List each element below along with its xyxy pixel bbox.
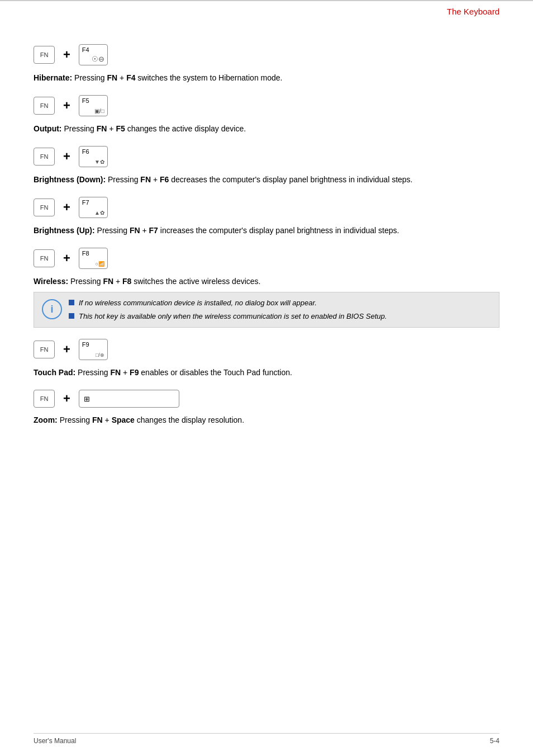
- f4-key: F4 ☉⊖: [79, 44, 108, 65]
- brightness-down-title: Brightness (Down):: [34, 175, 106, 184]
- key-combo-wireless: FN + F8 ○📶: [34, 248, 499, 269]
- fn-key-brightness-down: FN: [34, 148, 55, 166]
- f6-key: F6 ▼✿: [79, 146, 108, 167]
- wireless-desc: Wireless: Pressing FN + F8 switches the …: [34, 276, 499, 287]
- output-desc: Output: Pressing FN + F5 changes the act…: [34, 123, 499, 135]
- brightness-up-desc: Brightness (Up): Pressing FN + F7 increa…: [34, 225, 499, 237]
- plus-touchpad: +: [63, 342, 70, 357]
- f8-key: F8 ○📶: [79, 248, 108, 269]
- info-icon: i: [42, 299, 62, 319]
- fn-key-wireless: FN: [34, 249, 55, 267]
- f5-key: F5 ▣/□: [79, 95, 108, 116]
- fn-key-touchpad: FN: [34, 341, 55, 358]
- output-title: Output:: [34, 124, 62, 133]
- page-header: The Keyboard: [0, 0, 533, 16]
- fn-key-output: FN: [34, 97, 55, 115]
- plus-brightness-down: +: [63, 149, 70, 164]
- wireless-info-box: i If no wireless communication device is…: [34, 292, 499, 328]
- bullet-1: [69, 300, 74, 305]
- wireless-title: Wireless:: [34, 277, 68, 286]
- page-content: FN + F4 ☉⊖ Hibernate: Pressing FN + F4 s…: [0, 22, 533, 464]
- info-item-1: If no wireless communication device is i…: [69, 298, 387, 308]
- chapter-title: The Keyboard: [447, 7, 499, 16]
- info-list: If no wireless communication device is i…: [69, 298, 387, 322]
- footer-left: User's Manual: [34, 737, 76, 745]
- zoom-desc: Zoom: Pressing FN + Space changes the di…: [34, 414, 499, 426]
- plus-wireless: +: [63, 251, 70, 266]
- f7-key: F7 ▲✿: [79, 197, 108, 218]
- bullet-2: [69, 313, 74, 319]
- space-key: ⊞: [79, 390, 179, 408]
- plus-output: +: [63, 98, 70, 113]
- plus-brightness-up: +: [63, 200, 70, 215]
- touchpad-desc: Touch Pad: Pressing FN + F9 enables or d…: [34, 367, 499, 379]
- key-combo-brightness-down: FN + F6 ▼✿: [34, 146, 499, 167]
- f9-key: F9 □/⊗: [79, 339, 108, 360]
- key-combo-touchpad: FN + F9 □/⊗: [34, 339, 499, 360]
- touchpad-title: Touch Pad:: [34, 368, 75, 377]
- fn-key-zoom: FN: [34, 390, 55, 408]
- brightness-down-desc: Brightness (Down): Pressing FN + F6 decr…: [34, 174, 499, 186]
- page-footer: User's Manual 5-4: [34, 733, 499, 745]
- key-combo-output: FN + F5 ▣/□: [34, 95, 499, 116]
- brightness-up-title: Brightness (Up):: [34, 226, 95, 235]
- key-combo-brightness-up: FN + F7 ▲✿: [34, 197, 499, 218]
- hibernate-desc: Hibernate: Pressing FN + F4 switches the…: [34, 72, 499, 84]
- fn-key-brightness-up: FN: [34, 199, 55, 216]
- zoom-title: Zoom:: [34, 415, 58, 424]
- footer-right: 5-4: [490, 737, 499, 745]
- key-combo-zoom: FN + ⊞: [34, 390, 499, 408]
- hibernate-title: Hibernate:: [34, 73, 72, 82]
- key-combo-hibernate: FN + F4 ☉⊖: [34, 44, 499, 65]
- info-item-2: This hot key is available only when the …: [69, 311, 387, 322]
- plus-hibernate: +: [63, 48, 70, 62]
- plus-zoom: +: [63, 391, 70, 406]
- fn-key-hibernate: FN: [34, 46, 55, 64]
